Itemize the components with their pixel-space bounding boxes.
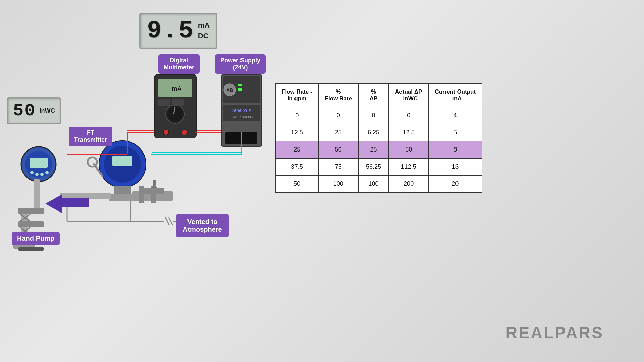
- cell-pct_flow: 100: [319, 175, 358, 192]
- svg-line-9: [165, 217, 169, 225]
- svg-rect-14: [13, 245, 35, 249]
- display-top-value: 9.5: [147, 17, 195, 45]
- label-power-supply: Power Supply(24V): [215, 54, 266, 74]
- svg-rect-34: [114, 186, 131, 196]
- svg-line-26: [20, 214, 30, 221]
- svg-marker-65: [45, 194, 62, 213]
- svg-point-49: [168, 107, 182, 121]
- svg-rect-44: [153, 180, 156, 185]
- cell-actual_dp: 200: [389, 175, 428, 192]
- svg-point-31: [99, 141, 146, 188]
- cell-flow_rate: 37.5: [275, 158, 319, 175]
- svg-rect-54: [172, 99, 184, 106]
- cell-pct_flow: 75: [319, 158, 358, 175]
- svg-text:POWER SUPPLY: POWER SUPPLY: [229, 115, 253, 119]
- svg-point-41: [88, 157, 97, 167]
- svg-point-16: [25, 151, 52, 178]
- svg-point-20: [40, 173, 44, 176]
- label-hand-pump: Hand Pump: [12, 232, 60, 245]
- cell-current: 5: [428, 124, 482, 141]
- svg-rect-61: [223, 105, 260, 121]
- svg-rect-39: [151, 186, 156, 203]
- label-ft-transmitter: FTTransmitter: [69, 127, 112, 146]
- table-row: 00004: [275, 107, 482, 124]
- cell-current: 4: [428, 107, 482, 124]
- cell-pct_dp: 0: [358, 107, 389, 124]
- svg-rect-53: [158, 99, 170, 106]
- display-left-value: 50: [13, 101, 36, 121]
- svg-rect-35: [109, 194, 136, 201]
- svg-point-51: [163, 130, 169, 135]
- svg-point-18: [30, 171, 34, 174]
- cell-pct_dp: 56.25: [358, 158, 389, 175]
- table-row: 5010010020020: [275, 175, 482, 192]
- col-header-actual-dp: Actual ΔP- inWC: [389, 83, 428, 107]
- digital-display-left: 50 inWC: [7, 97, 61, 124]
- svg-rect-38: [139, 186, 144, 203]
- svg-rect-24: [18, 221, 44, 227]
- cell-current: 20: [428, 175, 482, 192]
- display-left-unit: inWC: [39, 107, 55, 114]
- cell-flow_rate: 25: [275, 141, 319, 158]
- cell-actual_dp: 112.5: [389, 158, 428, 175]
- svg-text:mA: mA: [172, 85, 182, 93]
- cell-flow_rate: 50: [275, 175, 319, 192]
- svg-rect-37: [132, 191, 173, 201]
- svg-rect-55: [221, 74, 262, 146]
- cell-pct_dp: 25: [358, 141, 389, 158]
- svg-rect-22: [34, 179, 40, 209]
- label-vented-to-atmosphere: Vented toAtmosphere: [176, 214, 229, 237]
- svg-line-50: [174, 107, 175, 114]
- cell-flow_rate: 12.5: [275, 124, 319, 141]
- svg-rect-36: [60, 193, 111, 199]
- svg-rect-45: [154, 74, 196, 138]
- table-row: 255025508: [275, 141, 482, 158]
- flow-data-table: Flow Rate -in gpm %Flow Rate %ΔP Actual …: [275, 83, 482, 193]
- svg-rect-56: [223, 76, 260, 103]
- col-header-pct-flow: %Flow Rate: [319, 83, 358, 107]
- table-row: 37.57556.25112.513: [275, 158, 482, 175]
- svg-rect-30: [18, 247, 44, 251]
- cell-pct_flow: 50: [319, 141, 358, 158]
- svg-point-48: [166, 105, 184, 123]
- svg-text:1606-XLS: 1606-XLS: [232, 108, 252, 113]
- svg-rect-46: [158, 79, 192, 97]
- svg-line-25: [20, 214, 30, 221]
- col-header-pct-dp: %ΔP: [358, 83, 389, 107]
- cell-actual_dp: 12.5: [389, 124, 428, 141]
- cell-flow_rate: 0: [275, 107, 319, 124]
- svg-point-32: [104, 146, 141, 183]
- svg-rect-64: [225, 132, 257, 144]
- svg-point-15: [21, 147, 56, 182]
- cell-pct_flow: 0: [319, 107, 358, 124]
- digital-display-top: 9.5 mA DC: [139, 13, 217, 49]
- svg-rect-59: [238, 84, 242, 86]
- svg-line-40: [94, 164, 102, 176]
- svg-rect-23: [18, 208, 44, 214]
- svg-rect-17: [30, 158, 48, 168]
- cell-current: 8: [428, 141, 482, 158]
- svg-text:AB: AB: [226, 87, 233, 93]
- svg-rect-33: [112, 156, 132, 166]
- svg-marker-43: [152, 184, 157, 188]
- svg-line-10: [169, 217, 173, 225]
- cell-current: 13: [428, 158, 482, 175]
- svg-point-21: [45, 171, 49, 174]
- cell-pct_dp: 6.25: [358, 124, 389, 141]
- svg-point-19: [35, 173, 39, 176]
- col-header-current: Current Output- mA: [428, 83, 482, 107]
- svg-point-57: [224, 84, 236, 96]
- cell-pct_dp: 100: [358, 175, 389, 192]
- col-header-flow-rate: Flow Rate -in gpm: [275, 83, 319, 107]
- realpars-logo: REALPARS: [506, 323, 604, 342]
- svg-point-52: [182, 130, 187, 135]
- svg-rect-60: [238, 88, 242, 91]
- table-row: 12.5256.2512.55: [275, 124, 482, 141]
- cell-actual_dp: 50: [389, 141, 428, 158]
- label-digital-multimeter: DigitalMultimeter: [158, 54, 200, 74]
- cell-actual_dp: 0: [389, 107, 428, 124]
- cell-pct_flow: 25: [319, 124, 358, 141]
- display-top-unit: mA DC: [198, 20, 210, 41]
- svg-rect-66: [62, 198, 89, 207]
- svg-rect-42: [144, 188, 164, 194]
